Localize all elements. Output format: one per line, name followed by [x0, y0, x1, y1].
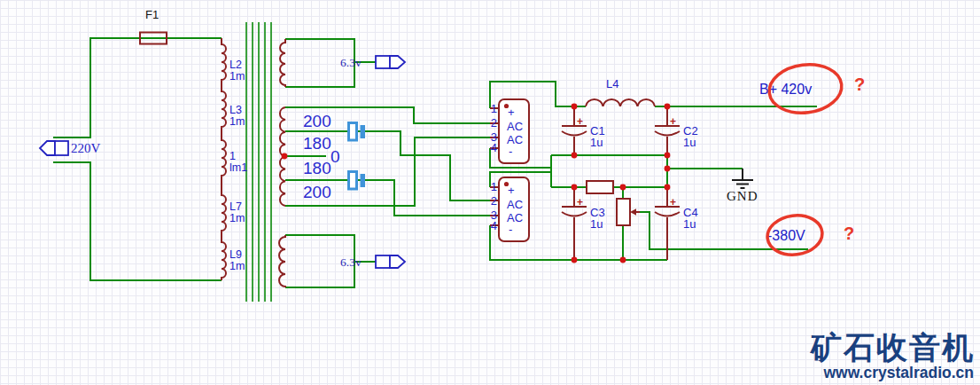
choke-ref-label: L4 [606, 77, 618, 90]
cap-val: 1u [590, 136, 603, 149]
winding-ref: L9 [229, 248, 242, 261]
bridge-pin-label: 1 [491, 102, 497, 115]
ground-symbol [732, 169, 753, 188]
tap-capacitor-top [349, 123, 366, 141]
bridge-pin-label: 1 [491, 180, 497, 193]
bridge-mark: + [508, 106, 515, 119]
bridge-pin-label: 4 [491, 141, 497, 154]
cap-val: 1u [590, 217, 603, 231]
hv-tap-label: 180 [303, 159, 331, 177]
hv-tap-label: 0 [331, 147, 340, 166]
left-arrow-port-icon [40, 141, 55, 155]
cap-polarity: + [577, 196, 583, 208]
heater-connector-top [376, 56, 405, 68]
schematic-canvas: 1 2 3 4 + AC AC - 1 2 3 4 + AC AC - [0, 0, 980, 385]
winding-ref: L3 [229, 104, 242, 116]
capacitor-c2 [655, 106, 680, 155]
bridge-rectifier-upper: 1 2 3 4 + AC AC - [490, 99, 529, 163]
bridge-mark: AC [507, 120, 523, 133]
wiper-arrow-icon [630, 208, 636, 216]
output-pos-label: B+ 420v [759, 82, 812, 97]
hv-tap-label: 200 [303, 183, 331, 201]
transformer-core [246, 22, 271, 302]
bridge-mark: + [508, 184, 515, 197]
heater-connector-bottom [376, 255, 405, 268]
bridge-pin-label: 2 [491, 116, 497, 130]
winding-ref: 1 [229, 150, 236, 162]
bridge-mark: - [509, 145, 512, 158]
question-mark-neg: ? [844, 224, 854, 243]
bridge-mark: - [509, 223, 512, 236]
right-arrow-port-icon [390, 56, 405, 68]
hv-tap-label: 180 [303, 134, 331, 153]
mains-connector-220v [40, 141, 68, 155]
cap-polarity: + [670, 115, 676, 128]
tap-capacitor-bottom [349, 172, 366, 190]
hv-tap-label: 200 [303, 112, 331, 130]
potentiometer [617, 199, 640, 225]
cap-polarity: + [577, 115, 583, 128]
watermark-url: www.crystalradio.cn [822, 364, 974, 381]
gnd-label: GND [727, 189, 758, 203]
winding-val: 1m [229, 212, 245, 224]
cap-polarity: + [670, 196, 676, 208]
watermark-title: 矿石收音机 [809, 330, 975, 365]
question-mark-pos: ? [854, 75, 865, 94]
winding-val: 1m [229, 260, 245, 272]
winding-ref: L7 [229, 200, 242, 213]
fuse-ref-label: F1 [145, 8, 159, 21]
mains-label: 220V [71, 141, 101, 155]
capacitor-c1 [562, 106, 587, 155]
bridge-mark: AC [507, 198, 523, 211]
primary-winding [222, 38, 226, 280]
winding-val: 1m [229, 70, 245, 82]
right-arrow-port-icon [390, 255, 405, 268]
bridge-rectifier-lower: 1 2 3 4 + AC AC - [490, 177, 529, 241]
winding-ref: L2 [229, 59, 242, 71]
winding-val: lm1 [229, 161, 247, 174]
cap-val: 1u [683, 136, 696, 149]
heater-voltage-label: 6.3v [340, 56, 362, 69]
heater-voltage-label: 6.3v [340, 255, 362, 269]
output-neg-label: -380V [767, 228, 805, 243]
schematic-image: 1 2 3 4 + AC AC - 1 2 3 4 + AC AC - [0, 0, 980, 385]
choke-l4 [586, 99, 655, 106]
winding-val: 1m [229, 115, 245, 128]
bridge-pin-label: 2 [491, 194, 497, 208]
wires [53, 38, 817, 287]
watermark: 矿石收音机 www.crystalradio.cn [809, 330, 975, 381]
bridge-pin-label: 4 [491, 219, 497, 232]
cap-val: 1u [683, 217, 696, 231]
secondary-windings [279, 39, 285, 287]
bleeder-resistor [587, 181, 613, 193]
